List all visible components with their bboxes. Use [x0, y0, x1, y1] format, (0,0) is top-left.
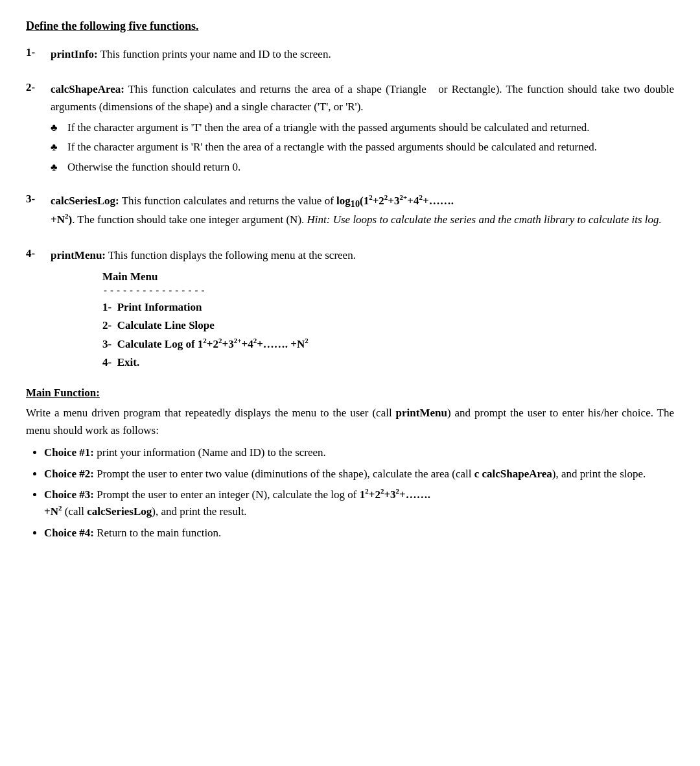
menu-item-1: 1- Print Information	[102, 299, 674, 316]
menu-item-2: 2- Calculate Line Slope	[102, 317, 674, 334]
section-3: 3- calcSeriesLog: This function calculat…	[26, 193, 674, 233]
club-icon: ♣	[51, 120, 62, 136]
menu-item-3: 3- Calculate Log of 12+22+32++42+……. +N2	[102, 336, 674, 353]
club-icon: ♣	[51, 139, 62, 156]
main-function-header: Main Function:	[26, 387, 674, 400]
choice-4: Choice #4: Return to the main function.	[44, 525, 674, 542]
choice-1: Choice #1: print your information (Name …	[44, 444, 674, 461]
page-title: Define the following five functions.	[26, 19, 674, 33]
menu-item-4: 4- Exit.	[102, 354, 674, 371]
section-3-num: 3-	[26, 193, 51, 206]
section-2: 2- calcShapeArea: This function calculat…	[26, 81, 674, 178]
section-1: 1- printInfo: This function prints your …	[26, 46, 674, 67]
section-4-num: 4-	[26, 247, 51, 260]
bullet-item: ♣ Otherwise the function should return 0…	[51, 159, 674, 176]
section-4: 4- printMenu: This function displays the…	[26, 247, 674, 373]
section-4-text: printMenu: This function displays the fo…	[51, 247, 674, 264]
section-3-text: calcSeriesLog: This function calculates …	[51, 193, 674, 229]
section-2-bullets: ♣ If the character argument is 'T' then …	[51, 119, 674, 176]
menu-items: 1- Print Information 2- Calculate Line S…	[102, 299, 674, 371]
choices-list: Choice #1: print your information (Name …	[26, 444, 674, 542]
menu-title: Main Menu	[102, 270, 674, 283]
choice-2: Choice #2: Prompt the user to enter two …	[44, 466, 674, 483]
menu-divider: ----------------	[102, 285, 674, 296]
bullet-item: ♣ If the character argument is 'R' then …	[51, 139, 674, 156]
main-function-intro: Write a menu driven program that repeate…	[26, 405, 674, 439]
section-2-intro: calcShapeArea: This function calculates …	[51, 81, 674, 115]
main-function-section: Main Function: Write a menu driven progr…	[26, 387, 674, 541]
menu-box: Main Menu ---------------- 1- Print Info…	[102, 270, 674, 371]
club-icon: ♣	[51, 160, 62, 176]
bullet-item: ♣ If the character argument is 'T' then …	[51, 119, 674, 136]
section-1-num: 1-	[26, 46, 51, 59]
section-2-num: 2-	[26, 81, 51, 94]
section-1-text: printInfo: This function prints your nam…	[51, 46, 674, 63]
choice-3: Choice #3: Prompt the user to enter an i…	[44, 486, 674, 521]
